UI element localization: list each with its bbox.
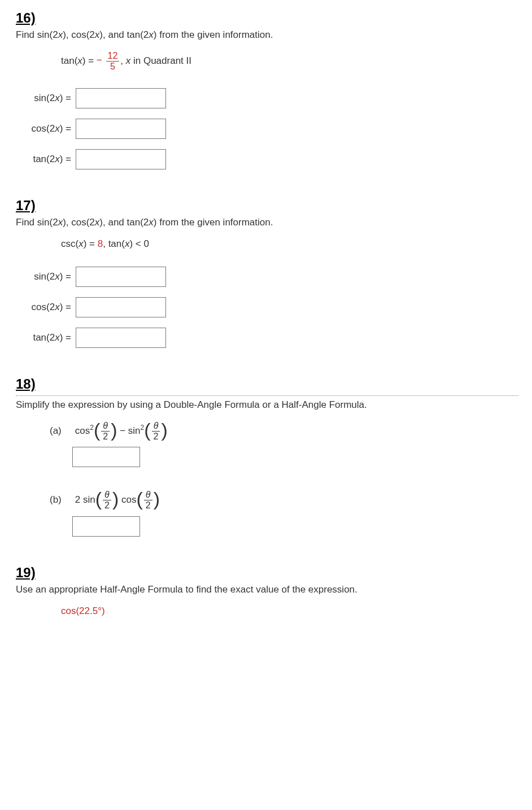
label-text: cos(2 xyxy=(32,123,55,134)
minus-sin: − sin xyxy=(117,425,140,436)
problem-number: 18) xyxy=(16,376,516,392)
dotted-divider xyxy=(16,395,518,396)
squared: 2 xyxy=(90,424,94,432)
problem-16: 16) Find sin(2x), cos(2x), and tan(2x) f… xyxy=(16,10,516,169)
given-eq: ) = xyxy=(84,238,98,249)
fraction: θ2 xyxy=(152,421,160,441)
problem-number: 17) xyxy=(16,198,516,214)
problem-19: 19) Use an appropriate Half-Angle Formul… xyxy=(16,565,516,617)
var-x: x xyxy=(79,238,84,249)
sub-part-a: (a) cos2(θ2) − sin2(θ2) xyxy=(50,421,516,441)
paren-open: ( xyxy=(94,419,100,441)
prompt-text: ), and tan(2 xyxy=(99,29,149,40)
prompt-text: ), and tan(2 xyxy=(99,217,149,228)
prompt-text: ), cos(2 xyxy=(63,29,95,40)
var-x: x xyxy=(126,55,131,66)
paren-open: ( xyxy=(95,488,102,509)
var-x: x xyxy=(58,29,63,40)
label-text: ) = xyxy=(60,123,71,134)
given-info: csc(x) = 8, tan(x) < 0 xyxy=(61,238,516,250)
theta: θ xyxy=(103,490,111,500)
theta: θ xyxy=(152,421,160,432)
prompt-text: ) from the given information. xyxy=(154,217,273,228)
var-x: x xyxy=(55,123,60,134)
label-text: ) = xyxy=(60,93,71,103)
var-x: x xyxy=(58,217,63,228)
given-quadrant: in Quadrant II xyxy=(130,55,191,66)
paren-open: ( xyxy=(136,488,142,509)
label-text: ) = xyxy=(60,154,71,164)
label-text: cos(2 xyxy=(32,302,55,312)
cos-label: cos(2x) = xyxy=(21,123,71,134)
answer-row-tan: tan(2x) = xyxy=(21,149,516,169)
var-x: x xyxy=(55,302,60,312)
sin-2x-input[interactable] xyxy=(76,88,166,108)
tan-2x-input[interactable] xyxy=(76,149,166,169)
theta: θ xyxy=(101,421,110,432)
den-two: 2 xyxy=(103,500,111,511)
den-two: 2 xyxy=(144,500,152,511)
cos-text: cos xyxy=(75,425,90,436)
var-x: x xyxy=(77,55,82,66)
part-a-input[interactable] xyxy=(72,447,140,467)
label-text: tan(2 xyxy=(33,154,55,164)
tan-label: tan(2x) = xyxy=(21,332,71,343)
part-a-input-wrap xyxy=(72,447,516,467)
var-x: x xyxy=(149,29,154,40)
problem-prompt: Find sin(2x), cos(2x), and tan(2x) from … xyxy=(16,217,516,228)
paren-open: ( xyxy=(144,419,150,441)
prompt-text: ) from the given information. xyxy=(154,29,273,40)
two-sin: 2 sin xyxy=(75,494,95,505)
label-text: ) = xyxy=(60,302,71,312)
part-b-expression: 2 sin(θ2) cos(θ2) xyxy=(75,490,160,510)
number-text: 18) xyxy=(16,376,36,391)
given-eq: ) = xyxy=(82,55,97,66)
tan-2x-input[interactable] xyxy=(76,328,166,348)
tan-label: tan(2x) = xyxy=(21,154,71,165)
paren-close: ) xyxy=(161,419,167,441)
cos-label: cos(2x) = xyxy=(21,302,71,313)
minus-sign: − xyxy=(97,55,105,66)
part-b-input[interactable] xyxy=(72,516,140,537)
fraction: 125 xyxy=(106,51,120,71)
frac-num: 12 xyxy=(106,51,120,62)
answer-row-cos: cos(2x) = xyxy=(21,297,516,317)
label-text: sin(2 xyxy=(34,93,55,103)
paren-close: ) xyxy=(112,488,119,509)
sin-label: sin(2x) = xyxy=(21,93,71,104)
problem-prompt: Use an appropriate Half-Angle Formula to… xyxy=(16,584,516,595)
given-val: 8 xyxy=(98,238,103,249)
prompt-text: Find sin(2 xyxy=(16,29,58,40)
var-x: x xyxy=(55,332,60,343)
label-text: sin(2 xyxy=(34,271,55,282)
sub-part-b: (b) 2 sin(θ2) cos(θ2) xyxy=(50,490,516,510)
var-x: x xyxy=(55,271,60,282)
frac-den: 5 xyxy=(106,62,120,72)
answer-row-cos: cos(2x) = xyxy=(21,119,516,139)
label-text: tan(2 xyxy=(33,332,55,343)
given-csc: csc( xyxy=(61,238,79,249)
problem-prompt: Simplify the expression by using a Doubl… xyxy=(16,399,516,411)
fraction: θ2 xyxy=(101,421,110,441)
problem-number: 19) xyxy=(16,565,516,581)
part-a-expression: cos2(θ2) − sin2(θ2) xyxy=(75,421,168,441)
cos-2x-input[interactable] xyxy=(76,297,166,317)
answer-row-sin: sin(2x) = xyxy=(21,88,516,108)
expression: cos(22.5°) xyxy=(61,606,516,617)
problem-18: 18) Simplify the expression by using a D… xyxy=(16,376,516,536)
cos-2x-input[interactable] xyxy=(76,119,166,139)
den-two: 2 xyxy=(101,432,110,442)
problem-prompt: Find sin(2x), cos(2x), and tan(2x) from … xyxy=(16,29,516,41)
paren-close: ) xyxy=(154,488,160,509)
answer-row-sin: sin(2x) = xyxy=(21,267,516,287)
given-sep: , tan( xyxy=(103,238,125,249)
part-b-label: (b) xyxy=(50,494,72,506)
given-tan: ) < 0 xyxy=(129,238,149,249)
cos-text: cos xyxy=(119,494,136,505)
part-b-input-wrap xyxy=(72,516,516,537)
given-tan: tan( xyxy=(61,55,77,66)
var-x: x xyxy=(149,217,154,228)
sin-2x-input[interactable] xyxy=(76,267,166,287)
label-text: ) = xyxy=(60,332,71,343)
problem-17: 17) Find sin(2x), cos(2x), and tan(2x) f… xyxy=(16,198,516,348)
